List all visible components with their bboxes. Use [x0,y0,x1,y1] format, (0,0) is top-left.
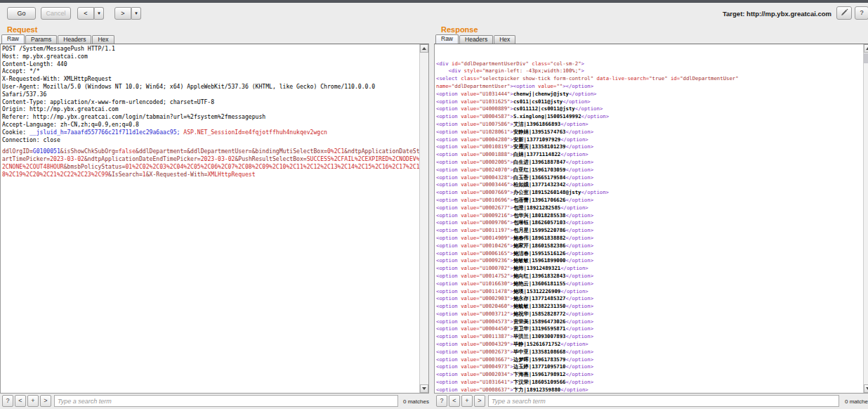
request-tabs: RawParamsHeadersHex [1,34,115,44]
request-search-input[interactable] [54,395,398,407]
code-line: <option value="U0004573">贲荣美|15896473026… [436,318,863,326]
search-help-button[interactable]: ? [2,395,13,407]
code-line: <option value="U0004329">毕静|15261671752<… [436,341,863,349]
scroll-up-button[interactable] [420,44,428,53]
target-url: http://mp.ybx.greatcai.com [747,10,831,18]
burp-repeater-window: { "toolbar": { "go": "Go", "cancel": "Ca… [0,0,868,409]
go-button[interactable]: Go [7,7,36,20]
code-line: artTimePicker=2023-03-02&ndtpApplication… [2,155,419,163]
tab-request-hex[interactable]: Hex [92,35,114,44]
edit-target-button[interactable] [836,6,852,20]
history-back-dropdown[interactable]: ▾ [94,7,104,20]
code-line: <option value="U0001888">白娟|13771114822<… [436,151,863,159]
search-prev-button[interactable]: < [449,395,460,407]
tab-response-hex[interactable]: Hex [494,35,515,44]
tab-response-headers[interactable]: Headers [459,35,493,44]
code-line: <option value="U1028061">安静娟|13951574763… [436,129,863,136]
request-scrollbar[interactable] [419,44,428,393]
cancel-button[interactable]: Cancel [41,7,71,20]
tab-response-raw[interactable]: Raw [435,34,459,44]
code-line: <option value="U0009216">包华兴|18018285538… [436,212,863,220]
code-line: <option value="U1000702">鲍炜|13912489321<… [436,265,863,273]
code-line: <option value="U0004280">安新|13771097929<… [436,136,863,144]
code-line: Safari/537.36 [2,91,419,98]
code-line: Connection: close [2,136,419,144]
target-host: Target: http://mp.ybx.greatcai.com [723,10,831,18]
response-raw-text[interactable]: <div id="ddlDepartmentUserDiv" class="co… [436,45,863,393]
history-back-split-button: < ▾ [77,7,104,20]
code-line: <option value="U0002673">毕中亚|13358108668… [436,349,863,356]
code-line: <option value="U0010426">鲍家芹|18601582386… [436,242,863,250]
response-scrollbar[interactable] [863,44,868,393]
tab-request-headers[interactable]: Headers [58,35,91,44]
search-next-button[interactable]: > [40,395,51,407]
response-search-input[interactable] [488,395,839,407]
request-search-bar: ? < + > 0 matches [0,395,430,408]
code-line: <option value="U0011387">毕洪兰|13093007893… [436,333,863,341]
code-line: <option value="U0014752">鲍向红|13961832843… [436,273,863,280]
response-editor[interactable]: <div id="ddlDepartmentUserDiv" class="co… [434,44,868,394]
request-editor[interactable]: POST /System/MessagePush HTTP/1.1Host: m… [0,44,429,394]
code-line: <option value="U0009706">包琳钰|18626057103… [436,219,863,227]
code-line: <option value="U0008637">卞力|18912359880<… [436,387,863,393]
scroll-down-button[interactable] [864,384,868,393]
code-line: <option value="U0014909">鲍春伟|18961838882… [436,235,863,242]
code-line: <option value="U1031625">cs011|cs011@jst… [436,98,863,106]
window-top-strip [0,0,868,3]
code-line: <option value="U1031641">卞汉荣|18605109566… [436,379,863,387]
code-line: POST /System/MessagePush HTTP/1.1 [2,45,419,53]
code-line: <option value="U0002677">包澄|18921282585<… [436,204,863,212]
code-line: 8%2C19%2C20%2C21%2C22%2C23%2C99&IsSearch… [2,171,419,178]
search-add-button[interactable]: + [27,395,39,407]
code-line [436,45,863,53]
code-line: X-Requested-With: XMLHttpRequest [2,75,419,83]
tab-request-params[interactable]: Params [25,35,57,44]
scroll-down-button[interactable] [420,384,428,393]
code-line: Accept: */* [2,67,419,75]
code-line: <option value="U0004973">边玉婷|13771095710… [436,363,863,371]
code-line: Host: mp.ybx.greatcai.com [2,53,419,60]
search-prev-button[interactable]: < [15,395,26,407]
response-search-bar: ? < + > 0 matches [434,395,868,408]
search-next-button[interactable]: > [474,395,485,407]
code-line: <option value="U0007669">办公室|18915260148… [436,189,863,197]
code-line: ddlOrgID=G0100051&isShowChkSubOrg=false&… [2,148,419,155]
code-line: <option value="U0010696">包蓓蕾|13961706626… [436,197,863,204]
help-button[interactable]: ? [855,6,868,20]
code-line: <option value="U1031444">chenwj|chenwj@j… [436,91,863,98]
code-line: Referer: http://mp.ybx.greatcai.com/logi… [2,113,419,121]
code-line: Accept-Language: zh-CN,zh;q=0.9,en;q=0.8 [2,121,419,129]
code-line: Content-Length: 440 [2,60,419,68]
history-back-button[interactable]: < [77,7,94,20]
code-line: <option value="U0010819">安雁滨|13358101239… [436,143,863,151]
code-line: <option value="U1016630">鲍艳云|13606181155… [436,280,863,288]
code-line: <option value="U1007586">艾洁|13961866893<… [436,121,863,129]
code-line: <div id="ddlDepartmentUserDiv" class="co… [436,60,863,68]
response-search-matches: 0 matches [845,398,868,405]
code-line: Content-Type: application/x-www-form-url… [2,98,419,106]
history-forward-split-button: > ▾ [114,7,141,20]
code-line: <option value="U0002903">鲍永存|13771485327… [436,295,863,303]
request-search-matches: 0 matches [403,398,427,405]
code-line: <option value="U0009236">鲍敏敏|15961899000… [436,257,863,265]
response-panel-title: Response [441,25,478,34]
history-forward-button[interactable]: > [114,7,131,20]
code-line: <div style="margin-left: -43px;width:100… [436,67,863,75]
code-line: <option value="U0003667">边梦晖|15961783579… [436,356,863,364]
arrow-up-icon [422,47,426,50]
code-line: <option value="U0020460">鲍毓敏|13382231350… [436,303,863,311]
tab-request-raw[interactable]: Raw [1,34,25,44]
code-line: <option value="U0002034">卞海燕|15961798912… [436,371,863,379]
history-forward-dropdown[interactable]: ▾ [131,7,141,20]
scrollbar-thumb[interactable] [864,53,868,63]
request-raw-text[interactable]: POST /System/MessagePush HTTP/1.1Host: m… [2,45,419,393]
code-line: <option value="U0024070">白亚红|15961703059… [436,167,863,174]
code-line: <option value="U0011197">包月星|15995220786… [436,227,863,235]
search-add-button[interactable]: + [461,395,473,407]
code-line: <option value="U0003446">柏如娥|13771432342… [436,181,863,189]
arrow-down-icon [422,387,426,390]
code-line: name="ddlDepartmentUser"><option value="… [436,83,863,91]
code-line: <option value="U0004587">S.xinglong|1500… [436,113,863,121]
search-help-button[interactable]: ? [436,395,447,407]
scroll-up-button[interactable] [864,44,868,53]
